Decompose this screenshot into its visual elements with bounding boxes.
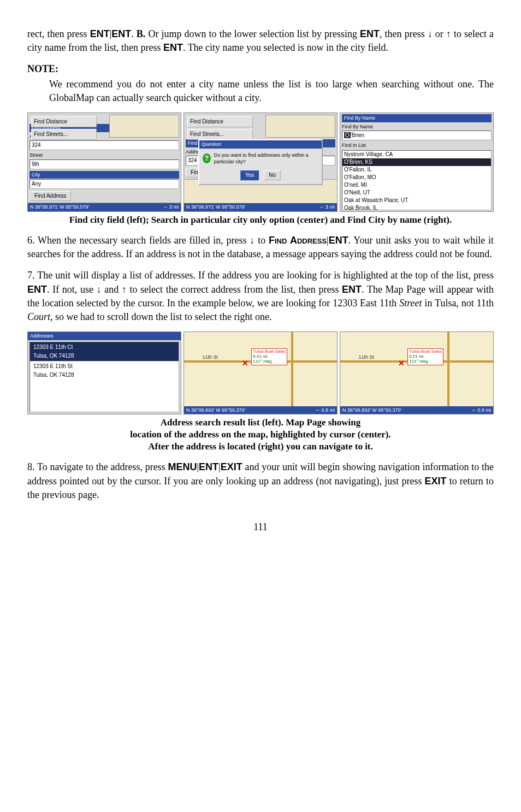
scale: ↔ 0.8 mi [315,407,335,414]
label-street: Street [29,152,179,159]
text: to [254,235,269,246]
addr-line: 12303 E 11th St [32,362,177,371]
poi-label: Tulsa Boat Sales 0.21 mi 111° mag [251,348,287,365]
text: 7. The unit will display a list of addre… [27,270,494,281]
list-item[interactable]: Oak Brook, IL [342,204,491,210]
text: . If not, use [47,284,97,295]
screenshot-find-address: Find Distance Find Streets... Find Addre… [27,112,181,212]
list-item[interactable]: O'Neill, UT [342,189,491,197]
coords: N 36°08.892' W 95°50.370' [186,407,245,414]
text: 6. When the necessary search fields are … [27,235,250,246]
text: . [131,28,137,39]
key-find-address: Find Ad­dress [269,235,327,246]
text: 8. To navigate to the address, press [27,461,168,472]
yes-button[interactable]: Yes [240,170,259,180]
scale: ↔ 3 mi [163,204,179,211]
key-ent: ENT [329,235,348,246]
section-find-by-name: Find By Name [342,114,492,122]
key-ent: ENT [360,28,380,39]
list-item[interactable]: O'Fallon, IL [342,166,491,174]
key-ent: ENT [342,284,362,295]
key-ent: ENT [27,284,47,295]
address-results[interactable]: 12303 E 11th Ct Tulsa, OK 74128 12303 E … [29,342,179,412]
note-heading: NOTE: [27,62,494,76]
italic-court: Court [27,311,50,322]
street-label: 11th St [203,354,218,361]
cursor-icon: ✕ [242,358,248,369]
poi-name: Tulsa Boat Sales [409,349,442,354]
caption-line: location of the address on the map, high… [130,429,390,440]
screenshot-row-2: Addresses 12303 E 11th Ct Tulsa, OK 7412… [27,331,494,414]
poi-dist: 0.21 mi [253,354,267,359]
caption-1: Find city field (left); Search in partic… [27,214,494,226]
poi-bearing: 111° mag [253,359,271,364]
find-address-button[interactable]: Find Address [29,191,71,201]
menu-find-distance[interactable]: Find Distance [187,116,253,127]
dialog-text: Do you want to find addresses only withi… [214,152,318,165]
key-ent: ENT [163,42,183,53]
list-item[interactable]: O'Brien, KS [342,158,491,166]
coords: N 36°08.971' W 95°50.579' [186,204,245,211]
note-body: We recommend you do not enter a city nam… [27,78,494,105]
status-bar: N 36°08.892' W 95°50.370' ↔ 0.8 mi [340,406,493,414]
paragraph-8: 8. To navigate to the address, press MEN… [27,460,494,502]
list-item[interactable]: 12303 E 11th St Tulsa, OK 74128 [30,361,179,380]
screenshot-map-right: 11th St ✕ Tulsa Boat Sales 0.21 mi 111° … [340,331,494,414]
text: in Tulsa, not 11th [422,298,494,309]
question-icon: ? [203,153,211,163]
list-item[interactable]: O'neil, MI [342,181,491,189]
screenshot-map-center: 11th St ✕ Tulsa Boat Sales 0.21 mi 111° … [183,331,338,414]
coords: N 36°08.892' W 95°50.370' [342,407,401,414]
screenshot-row-1: Find Distance Find Streets... Find Addre… [27,112,494,212]
label-find-by-name: Find By Name [342,123,492,131]
city-list[interactable]: Nystrom Village, CA O'Brien, KS O'Fallon… [342,150,492,210]
page-number: 111 [27,520,494,534]
menu-find-distance[interactable]: Find Distance [31,116,97,127]
cursor-icon: ✕ [398,358,405,369]
list-item[interactable]: 12303 E 11th Ct Tulsa, OK 74128 [30,342,179,361]
screenshot-address-list: Addresses 12303 E 11th Ct Tulsa, OK 7412… [27,331,181,414]
input-address[interactable]: 324 [29,140,179,150]
down-arrow-icon: ↓ [97,284,102,295]
screenshot-find-by-name: Find By Name Find By Name O'Brien Find I… [340,112,494,212]
input-name[interactable]: O'Brien [342,131,492,140]
coords: N 36°08.971' W 95°50.579' [30,204,89,211]
text: , so we had to scroll down the list to s… [50,311,271,322]
mini-map [109,115,179,138]
input-city[interactable]: Any [29,179,179,189]
addr-line: 12303 E 11th Ct [32,343,177,352]
key-exit: EXIT [425,476,447,487]
menu-find-streets[interactable]: Find Streets... [187,129,253,140]
key-ent: ENT [199,461,218,472]
status-bar: N 36°08.892' W 95°50.370' ↔ 0.8 mi [184,406,337,414]
label-find-in-list: Find In List [342,142,492,149]
caption-line: Address search result list (left). Map P… [161,417,360,428]
list-item[interactable]: Nystrom Village, CA [342,151,491,158]
text: or [433,28,446,39]
italic-street: Street [399,298,422,309]
paragraph-1: rect, then press ENT|ENT. B. Or jump dow… [27,27,494,55]
list-item[interactable]: Oak at Wasatch Place, UT [342,197,491,204]
menu-find-streets[interactable]: Find Streets... [31,129,97,140]
poi-label: Tulsa Boat Sales 0.21 mi 111° mag [407,348,443,365]
poi-name: Tulsa Boat Sales [253,349,286,354]
text: to select the correct address from the l… [127,284,342,295]
down-arrow-icon: ↓ [428,28,433,39]
text: Or jump down to the lower selection list… [145,28,360,39]
question-dialog: Question ? Do you want to find addresses… [198,139,323,185]
status-bar: N 36°08.971' W 95°50.579' ↔ 3 mi [184,203,337,211]
step-b-label: B. [137,28,146,39]
mini-map [265,115,335,138]
key-exit: EXIT [221,461,242,472]
input-street[interactable]: 9th [29,159,179,169]
key-ent: ENT [111,28,131,39]
no-button[interactable]: No [264,170,281,180]
down-arrow-icon: ↓ [250,235,254,246]
caption-2: Address search result list (left). Map P… [27,417,494,453]
addr-line: Tulsa, OK 74128 [32,352,177,360]
map-strip [28,203,181,203]
status-bar: N 36°08.971' W 95°50.579' ↔ 3 mi [28,203,181,211]
paragraph-6: 6. When the necessary search fields are … [27,234,494,261]
list-item[interactable]: O'Fallon, MO [342,174,491,181]
key-menu: MENU [168,461,197,472]
